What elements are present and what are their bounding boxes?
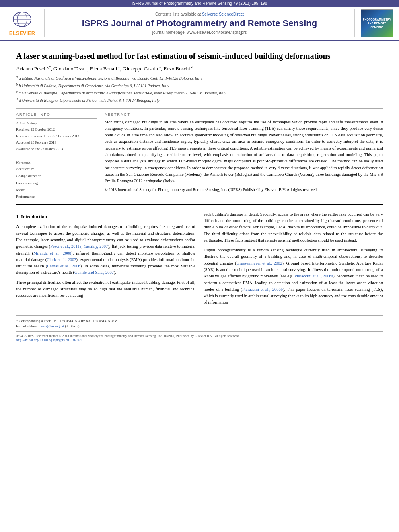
journal-logo-area: PHOTOGRAMMETRY AND REMOTE SENSING [359,9,395,37]
authors-line: Arianna Pesci a,*, Giordano Teza b, Elen… [16,65,383,72]
yastikly-link[interactable]: Yastikly, 2007 [84,244,108,249]
miranda-link[interactable]: Miranda et al., 2008 [33,251,71,255]
revised-date: Received in revised form 27 February 201… [16,133,97,139]
clark-link[interactable]: Clark et al., 2003 [47,257,76,262]
accepted-date: Accepted 28 February 2013 [16,139,97,146]
pesci-link[interactable]: Pesci et al., 2011a [50,244,81,249]
body-two-col: 1. Introduction A complete evaluation of… [16,211,383,309]
journal-citation-bar: ISPRS Journal of Photogrammetry and Remo… [0,0,399,7]
history-label: Article history: [16,121,97,125]
keyword-change: Change detection [16,173,97,179]
keywords-label: Keywords: [16,160,97,164]
elsevier-logo-area: ELSEVIER [4,9,40,37]
article-info-abstract-section: ARTICLE INFO Article history: Received 2… [16,113,383,200]
copyright-line: 0924-2716/$ - see front matter © 2013 In… [16,334,383,338]
body-col-left: 1. Introduction A complete evaluation of… [16,211,195,309]
elsevier-globe-icon [10,10,34,29]
footnotes-section: * Corresponding author. Tel.: +39 051415… [16,315,383,328]
affiliation-b: b b Università di Padova, Dipartimento d… [16,82,383,89]
article-info-col: ARTICLE INFO Article history: Received 2… [16,113,97,200]
main-body: 1. Introduction A complete evaluation of… [16,211,383,309]
abstract-col: ABSTRACT Monitoring damaged buildings in… [105,113,383,200]
abstract-label: ABSTRACT [105,113,383,117]
journal-logo-box: PHOTOGRAMMETRY AND REMOTE SENSING [361,9,393,37]
keyword-performance: Performance [16,193,97,200]
intro-para-2: Three principal difficulties often affec… [16,279,195,299]
pier2006a-link[interactable]: Pieraccini et al., 2006a [294,274,333,278]
keywords-section: Keywords: Architecture Change detection … [16,160,97,200]
footer-bottom: 0924-2716/$ - see front matter © 2013 In… [16,331,383,342]
grussen-link[interactable]: Grussenmeyer et al., 2002 [237,261,282,265]
abstract-text: Monitoring damaged buildings in an area … [105,119,383,185]
article-info-label: ARTICLE INFO [16,113,97,117]
header-divider [16,108,383,109]
keyword-model: Model [16,187,97,193]
pier2006b-link[interactable]: Pieraccini et al., 2006b [242,287,283,292]
author-bonali: Elena Bonali c, [90,66,123,72]
journal-header: ELSEVIER Contents lists available at Sci… [0,7,399,41]
author-teza: Giordano Teza b, [53,66,90,72]
doi-link[interactable]: http://dx.doi.org/10.1016/j.isprsjprs.20… [16,338,82,342]
author-casula: Giuseppe Casula a, [123,66,163,72]
sciverse-text: Contents lists available at SciVerse Sci… [155,12,244,16]
online-date: Available online 27 March 2013 [16,146,97,152]
author-pesci: Arianna Pesci a,*, [16,66,53,72]
gentile-link[interactable]: Gentile and Saisi, 2007 [74,270,114,275]
footnote-star: * Corresponding author. Tel.: +39 051415… [16,319,383,323]
footnote-email: E-mail address: pesci@bo.ingv.it (A. Pes… [16,324,383,328]
right-para-2: Digital photogrammetry is a remote sensi… [204,247,383,306]
journal-homepage: journal homepage: www.elsevier.com/locat… [152,30,247,35]
paper-content: A laser scanning-based method for fast e… [0,41,399,348]
elsevier-text: ELSEVIER [9,30,35,36]
affiliations: a a Istituto Nazionale di Geofisica e Vu… [16,74,383,104]
author-boschi: Enzo Boschi d [164,66,193,72]
sciverse-link[interactable]: SciVerse ScienceDirect [202,12,244,16]
doi-line: http://dx.doi.org/10.1016/j.isprsjprs.20… [16,338,383,342]
affiliation-c: c c Università di Bologna, Dipartimento … [16,89,383,97]
received-date: Received 22 October 2012 [16,126,97,133]
info-divider [16,156,97,156]
right-para-1: each building's damage in detail. Second… [204,211,383,244]
catbas-link[interactable]: Catbas et al., 2006 [47,264,80,268]
section-divider [16,204,383,205]
body-col-right: each building's damage in detail. Second… [204,211,383,309]
keyword-architecture: Architecture [16,166,97,173]
intro-para-1: A complete evaluation of the earthquake-… [16,224,195,276]
email-link[interactable]: pesci@bo.ingv.it [39,324,64,328]
citation-text: ISPRS Journal of Photogrammetry and Remo… [132,1,267,6]
affiliation-d: d d Università di Bologna, Dipartimento … [16,97,383,104]
affiliation-a: a a Istituto Nazionale di Geofisica e Vu… [16,74,383,82]
journal-title: ISPRS Journal of Photogrammetry and Remo… [82,18,317,29]
abstract-copyright: © 2013 International Society for Photogr… [105,187,383,193]
keywords-list: Architecture Change detection Laser scan… [16,166,97,200]
intro-section-title: 1. Introduction [16,213,195,221]
article-dates: Received 22 October 2012 Received in rev… [16,126,97,152]
paper-title: A laser scanning-based method for fast e… [16,51,383,61]
journal-title-area: Contents lists available at SciVerse Sci… [44,9,355,37]
keyword-laser: Laser scanning [16,180,97,187]
article-info-block: Article history: Received 22 October 201… [16,118,97,200]
